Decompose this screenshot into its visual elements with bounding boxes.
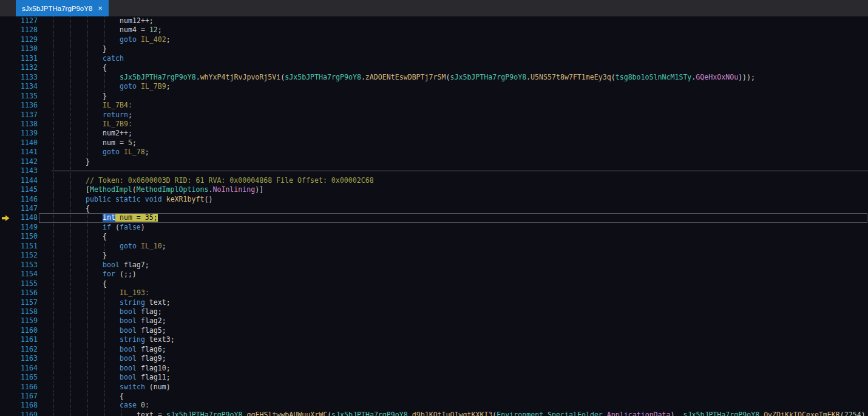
line-number[interactable]: 1148	[11, 213, 38, 222]
line-number[interactable]: 1155	[11, 279, 38, 288]
code-line[interactable]: 1140num = 5;	[0, 138, 868, 148]
line-number[interactable]: 1153	[11, 261, 38, 270]
code-line[interactable]: 1136IL_7B4:	[0, 101, 868, 110]
code-line[interactable]: 1167{	[0, 392, 868, 401]
breakpoint-margin-cell[interactable]	[0, 157, 11, 166]
breakpoint-margin-cell[interactable]	[0, 411, 11, 416]
breakpoint-margin-cell[interactable]	[0, 73, 11, 82]
code-line[interactable]: 1128num4 = 12;	[0, 26, 868, 35]
code-line[interactable]: 1131catch	[0, 54, 868, 63]
breakpoint-margin-cell[interactable]	[0, 401, 11, 410]
breakpoint-margin-cell[interactable]	[0, 195, 11, 204]
breakpoint-margin-cell[interactable]	[0, 35, 11, 44]
code-line[interactable]: 1158bool flag;	[0, 307, 868, 316]
code-line[interactable]: 1144// Token: 0x0600003D RID: 61 RVA: 0x…	[0, 176, 868, 185]
breakpoint-margin-cell[interactable]	[0, 213, 11, 222]
breakpoint-margin-cell[interactable]	[0, 307, 11, 316]
code-line[interactable]: 1154for (;;)	[0, 270, 868, 279]
code-line[interactable]: 1163bool flag9;	[0, 354, 868, 363]
line-number[interactable]: 1143	[11, 166, 38, 176]
breakpoint-margin-cell[interactable]	[0, 120, 11, 129]
line-number[interactable]: 1137	[11, 111, 38, 120]
line-number[interactable]: 1159	[11, 316, 38, 326]
code-line[interactable]: 1166switch (num)	[0, 383, 868, 392]
breakpoint-margin-cell[interactable]	[0, 129, 11, 138]
breakpoint-margin-cell[interactable]	[0, 373, 11, 382]
line-number[interactable]: 1127	[11, 16, 38, 26]
current-statement-arrow-icon[interactable]	[2, 215, 10, 222]
breakpoint-margin-cell[interactable]	[0, 364, 11, 373]
code-line[interactable]: 1159bool flag2;	[0, 316, 868, 326]
line-number[interactable]: 1130	[11, 44, 38, 53]
code-line[interactable]: 1155{	[0, 279, 868, 288]
line-number[interactable]: 1138	[11, 120, 38, 129]
breakpoint-margin-cell[interactable]	[0, 148, 11, 157]
breakpoint-margin-cell[interactable]	[0, 261, 11, 270]
breakpoint-margin-cell[interactable]	[0, 270, 11, 279]
line-number[interactable]: 1168	[11, 401, 38, 410]
line-number[interactable]: 1141	[11, 148, 38, 157]
line-number[interactable]: 1158	[11, 307, 38, 316]
code-line[interactable]: 1153bool flag7;	[0, 261, 868, 270]
line-number[interactable]: 1164	[11, 364, 38, 373]
breakpoint-margin-cell[interactable]	[0, 335, 11, 344]
line-number[interactable]: 1142	[11, 157, 38, 166]
code-line[interactable]: 1127num12++;	[0, 16, 868, 26]
breakpoint-margin-cell[interactable]	[0, 392, 11, 401]
line-number[interactable]: 1151	[11, 242, 38, 251]
breakpoint-margin-cell[interactable]	[0, 111, 11, 120]
line-number[interactable]: 1169	[11, 411, 38, 416]
tab-active[interactable]: sJx5bJPTHa7rgP9oY8 ×	[16, 0, 109, 16]
line-number[interactable]: 1134	[11, 82, 38, 91]
line-number[interactable]: 1165	[11, 373, 38, 382]
code-line[interactable]: 1156IL_193:	[0, 288, 868, 298]
code-line[interactable]: 1151goto IL_10;	[0, 242, 868, 251]
breakpoint-margin-cell[interactable]	[0, 316, 11, 326]
code-line[interactable]: 1139num2++;	[0, 129, 868, 138]
breakpoint-margin-cell[interactable]	[0, 54, 11, 63]
code-line[interactable]: 1146public static void keXR1byft()	[0, 195, 868, 204]
code-line[interactable]: 1152}	[0, 251, 868, 260]
code-line[interactable]: 1165bool flag11;	[0, 373, 868, 382]
breakpoint-margin-cell[interactable]	[0, 16, 11, 26]
code-line[interactable]: 1132{	[0, 63, 868, 72]
line-number[interactable]: 1157	[11, 298, 38, 307]
line-number[interactable]: 1139	[11, 129, 38, 138]
line-number[interactable]: 1160	[11, 326, 38, 335]
line-number[interactable]: 1135	[11, 92, 38, 101]
breakpoint-margin-cell[interactable]	[0, 288, 11, 298]
code-line[interactable]: 1143	[0, 166, 868, 176]
line-number[interactable]: 1131	[11, 54, 38, 63]
code-line[interactable]: 1169text = sJx5bJPTHa7rgP9oY8.ggEHSltwwb…	[0, 411, 868, 416]
breakpoint-margin-cell[interactable]	[0, 176, 11, 185]
line-number[interactable]: 1140	[11, 138, 38, 148]
breakpoint-margin-cell[interactable]	[0, 354, 11, 363]
breakpoint-margin-cell[interactable]	[0, 44, 11, 53]
code-line[interactable]: 1164bool flag10;	[0, 364, 868, 373]
line-number[interactable]: 1163	[11, 354, 38, 363]
line-number[interactable]: 1146	[11, 195, 38, 204]
line-number[interactable]: 1156	[11, 288, 38, 298]
line-number[interactable]: 1167	[11, 392, 38, 401]
code-line[interactable]: 1137return;	[0, 111, 868, 120]
line-number[interactable]: 1149	[11, 223, 38, 232]
code-line[interactable]: 1148int num = 35;	[0, 213, 868, 222]
code-line[interactable]: 1129goto IL_402;	[0, 35, 868, 44]
code-line[interactable]: 1161string text3;	[0, 335, 868, 344]
breakpoint-margin-cell[interactable]	[0, 92, 11, 101]
breakpoint-margin-cell[interactable]	[0, 223, 11, 232]
breakpoint-margin-cell[interactable]	[0, 185, 11, 194]
line-number[interactable]: 1128	[11, 26, 38, 35]
breakpoint-margin-cell[interactable]	[0, 279, 11, 288]
line-number[interactable]: 1145	[11, 185, 38, 194]
breakpoint-margin-cell[interactable]	[0, 82, 11, 91]
code-line[interactable]: 1145[MethodImpl(MethodImplOptions.NoInli…	[0, 185, 868, 194]
line-number[interactable]: 1166	[11, 383, 38, 392]
breakpoint-margin-cell[interactable]	[0, 242, 11, 251]
breakpoint-margin-cell[interactable]	[0, 63, 11, 72]
breakpoint-margin-cell[interactable]	[0, 383, 11, 392]
line-number[interactable]: 1152	[11, 251, 38, 260]
code-line[interactable]: 1157string text;	[0, 298, 868, 307]
line-number[interactable]: 1161	[11, 335, 38, 344]
breakpoint-margin-cell[interactable]	[0, 101, 11, 110]
